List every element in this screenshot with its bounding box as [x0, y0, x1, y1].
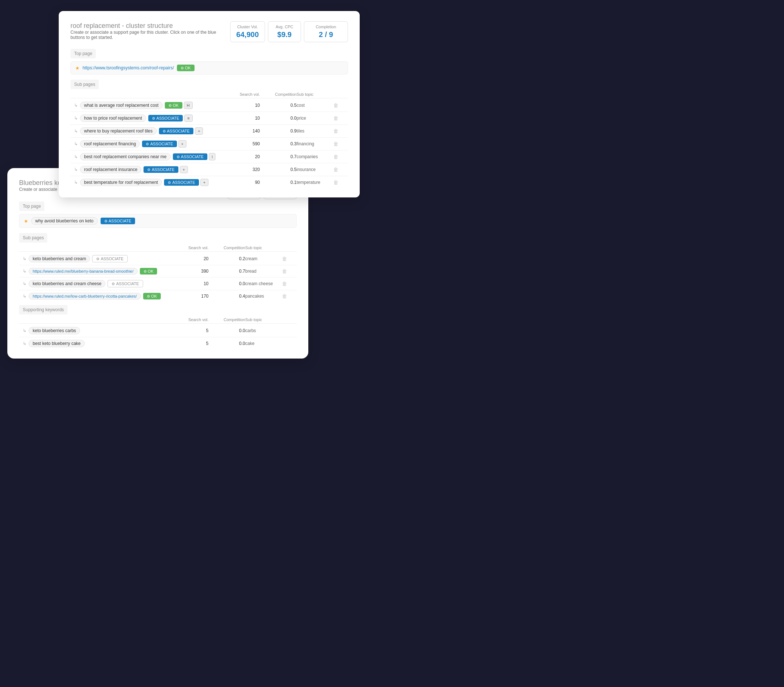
competition-cell: 0.3: [260, 141, 297, 146]
keyword-tag: roof replacement financing: [80, 140, 140, 148]
keyword-cell: ↳where to buy replacement roof tiles⚙ AS…: [74, 127, 216, 135]
sub-pages-section-label-1: Sub pages: [71, 80, 99, 89]
trash-icon[interactable]: 🗑: [333, 154, 339, 159]
action-icon-button[interactable]: +: [180, 166, 188, 173]
competition-cell: 0.7: [209, 269, 245, 274]
trash-icon[interactable]: 🗑: [333, 128, 339, 134]
button-row: ⚙ OK: [143, 293, 161, 299]
competition-cell: 0.9: [260, 128, 297, 133]
table-row: ↳best roof replacement companies near me…: [71, 150, 348, 163]
keyword-cell: ↳what is average roof replacement cost⚙ …: [74, 102, 216, 109]
col-header-competition-s: Competition: [209, 317, 245, 322]
top-page-ok-btn-1[interactable]: ⚙ OK: [177, 64, 194, 71]
delete-cell: 🗑: [333, 102, 344, 108]
associate-outline-button[interactable]: ⚙ ASSOCIATE: [108, 280, 143, 288]
top-page-section-label-1: Top page: [71, 49, 96, 58]
action-icon-button[interactable]: +: [195, 127, 203, 135]
search-vol-cell: 590: [216, 141, 260, 146]
arrow-icon: ↳: [23, 328, 26, 333]
search-vol-cell: 20: [216, 154, 260, 159]
button-row: ⚙ ASSOCIATE+: [164, 179, 209, 186]
associate-button[interactable]: ⚙ ASSOCIATE: [164, 179, 199, 186]
col-header-subtopic-1: Sub topic: [297, 92, 333, 97]
subtopic-cell: financing: [297, 141, 333, 146]
trash-icon[interactable]: 🗑: [333, 115, 339, 121]
action-icon-button[interactable]: +: [201, 179, 209, 186]
button-row: ⚙ ASSOCIATE: [108, 280, 143, 288]
trash-icon[interactable]: 🗑: [282, 268, 287, 274]
competition-cell: 0.5: [260, 103, 297, 108]
trash-icon[interactable]: 🗑: [333, 102, 339, 108]
trash-icon[interactable]: 🗑: [333, 179, 339, 185]
top-page-section-label-2: Top page: [19, 202, 44, 211]
trash-icon[interactable]: 🗑: [333, 167, 339, 173]
trash-icon[interactable]: 🗑: [282, 293, 287, 299]
button-row: ⚙ ASSOCIATE+: [142, 140, 186, 148]
subtopic-cell: pancakes: [245, 294, 282, 299]
search-vol-cell: 170: [164, 294, 209, 299]
ok-button[interactable]: ⚙ OK: [143, 293, 161, 299]
keyword-cell: ↳how to price roof replacement⚙ ASSOCIAT…: [74, 115, 216, 122]
star-icon-2: ★: [24, 219, 28, 224]
keyword-cell: ↳keto blueberries and cream cheese⚙ ASSO…: [23, 280, 164, 288]
supporting-keywords-table: ↳keto blueberries carbs50.0carbs↳best ke…: [19, 324, 297, 350]
trash-icon[interactable]: 🗑: [333, 141, 339, 147]
table-row: ↳where to buy replacement roof tiles⚙ AS…: [71, 125, 348, 138]
star-icon-1: ★: [75, 65, 80, 71]
competition-cell: 0.5: [260, 167, 297, 172]
action-icon-button[interactable]: H: [184, 102, 193, 109]
search-vol-cell: 5: [164, 341, 209, 346]
subtopic-cell: companies: [297, 154, 333, 159]
table-row: ↳best temperature for roof replacement⚙ …: [71, 176, 348, 189]
search-vol-cell: 5: [164, 328, 209, 333]
search-vol-cell: 10: [216, 116, 260, 121]
competition-cell: 0.0: [209, 341, 245, 346]
keyword-cell: ↳best roof replacement companies near me…: [74, 153, 216, 160]
table-row: ↳best keto blueberry cake50.0cake: [19, 337, 297, 350]
keyword-cell: ↳keto blueberries and cream⚙ ASSOCIATE: [23, 255, 164, 262]
delete-cell: 🗑: [333, 141, 344, 147]
trash-icon[interactable]: 🗑: [282, 281, 287, 287]
delete-cell: 🗑: [282, 293, 293, 299]
top-page-keyword-2: why avoid blueberries on keto: [31, 217, 98, 225]
trash-icon[interactable]: 🗑: [282, 256, 287, 262]
search-vol-cell: 140: [216, 128, 260, 133]
arrow-icon: ↳: [74, 103, 78, 108]
keyword-tag: what is average roof replacement cost: [80, 102, 163, 109]
competition-cell: 0.0: [209, 328, 245, 333]
keyword-cell: ↳roof replacement financing⚙ ASSOCIATE+: [74, 140, 216, 148]
action-icon-button[interactable]: ≡: [184, 115, 192, 122]
cluster-title-1: roof replacement - cluster structure: [71, 21, 230, 30]
table-row: ↳roof replacement financing⚙ ASSOCIATE+5…: [71, 138, 348, 150]
arrow-icon: ↳: [23, 256, 26, 261]
subtopic-cell: insurance: [297, 167, 333, 172]
action-icon-button[interactable]: i: [209, 153, 215, 160]
associate-button[interactable]: ⚙ ASSOCIATE: [173, 153, 207, 160]
avg-cpc-box-1: Avg. CPC $9.9: [268, 21, 301, 42]
avg-cpc-value-1: $9.9: [274, 30, 295, 39]
action-icon-button[interactable]: +: [178, 140, 186, 148]
ok-button[interactable]: ⚙ OK: [165, 102, 182, 108]
competition-cell: 0.4: [209, 294, 245, 299]
subtopic-cell: cream cheese: [245, 281, 282, 286]
delete-cell: 🗑: [282, 256, 293, 262]
ok-button[interactable]: ⚙ OK: [140, 268, 158, 274]
table-row: ↳keto blueberries carbs50.0carbs: [19, 324, 297, 337]
button-row: ⚙ ASSOCIATE+: [143, 166, 188, 173]
associate-button[interactable]: ⚙ ASSOCIATE: [142, 141, 177, 147]
top-page-row-1: ★ https://www.tsroofingsystems.com/roof-…: [71, 61, 348, 74]
cluster-title-text: roof replacement: [71, 22, 120, 30]
sub-pages-section-label-2: Sub pages: [19, 233, 48, 243]
arrow-icon: ↳: [74, 167, 78, 172]
associate-button[interactable]: ⚙ ASSOCIATE: [143, 166, 178, 173]
associate-button[interactable]: ⚙ ASSOCIATE: [159, 128, 194, 134]
associate-button[interactable]: ⚙ ASSOCIATE: [148, 115, 183, 122]
keyword-cell: ↳keto blueberries carbs: [23, 327, 164, 334]
competition-cell: 0.0: [209, 281, 245, 286]
keyword-tag: how to price roof replacement: [80, 115, 146, 122]
col-header-search-vol-1: Search vol.: [216, 92, 260, 97]
table-row: ↳https://www.ruled.me/low-carb-blueberry…: [19, 290, 297, 302]
associate-outline-button[interactable]: ⚙ ASSOCIATE: [92, 255, 127, 262]
arrow-icon: ↳: [23, 341, 26, 346]
top-page-associate-btn-2[interactable]: ⚙ ASSOCIATE: [100, 218, 135, 224]
